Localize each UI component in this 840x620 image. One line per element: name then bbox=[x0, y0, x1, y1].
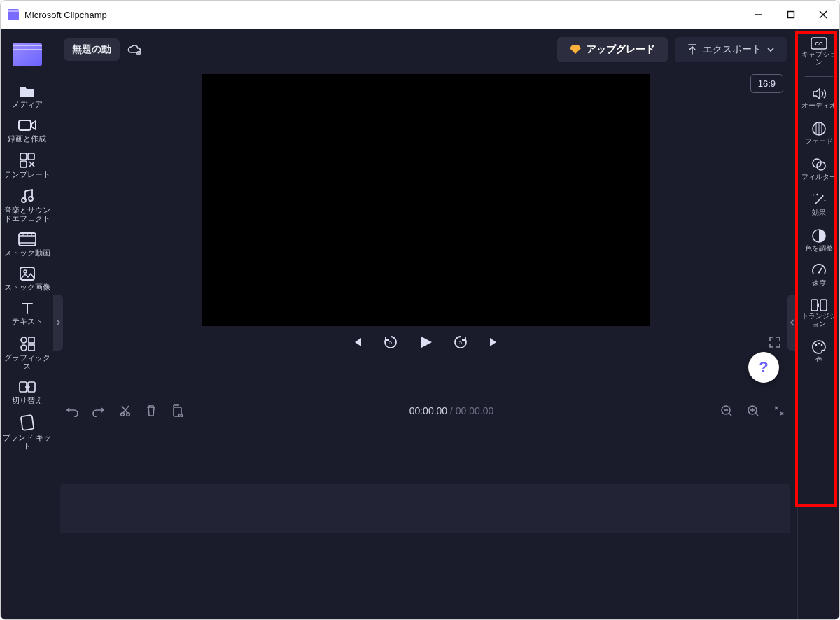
folder-icon bbox=[19, 84, 36, 98]
skip-forward-icon[interactable] bbox=[488, 336, 500, 348]
rsb-item-color-adjust[interactable]: 色を調整 bbox=[799, 224, 839, 257]
sidebar-item-brand-kit[interactable]: ブランド キット bbox=[3, 414, 52, 450]
rsb-item-fade[interactable]: フェード bbox=[799, 117, 839, 150]
playback-controls: 5 5 bbox=[53, 334, 797, 350]
redo-button[interactable] bbox=[92, 404, 105, 417]
aspect-ratio-badge[interactable]: 16:9 bbox=[750, 74, 783, 93]
right-drawer-toggle[interactable] bbox=[788, 295, 797, 351]
rewind-5-icon[interactable]: 5 bbox=[383, 334, 398, 350]
empty-track[interactable] bbox=[60, 484, 790, 533]
rsb-item-filter[interactable]: フィルター bbox=[799, 153, 839, 185]
svg-point-23 bbox=[21, 345, 27, 351]
upgrade-label: アップグレード bbox=[587, 43, 655, 56]
video-preview-canvas[interactable] bbox=[202, 74, 650, 326]
upload-icon bbox=[687, 44, 697, 55]
svg-point-52 bbox=[818, 272, 820, 274]
svg-point-11 bbox=[29, 197, 33, 201]
rsb-item-captions[interactable]: CC キャプション bbox=[799, 33, 839, 71]
window-close-button[interactable] bbox=[807, 1, 839, 29]
svg-text:CC: CC bbox=[815, 41, 823, 47]
contrast-icon bbox=[811, 228, 827, 244]
timeline-tracks[interactable] bbox=[53, 425, 797, 620]
transition-icon bbox=[19, 380, 36, 394]
time-display: 00:00.00 / 00:00.00 bbox=[197, 405, 706, 416]
current-time: 00:00.00 bbox=[410, 405, 448, 416]
zoom-out-button[interactable] bbox=[720, 404, 733, 417]
transition-panel-icon bbox=[811, 299, 827, 311]
sidebar-label: メディア bbox=[3, 100, 52, 108]
cut-button[interactable] bbox=[119, 404, 132, 417]
clipchamp-logo[interactable] bbox=[13, 43, 42, 66]
forward-5-icon[interactable]: 5 bbox=[453, 334, 468, 350]
video-camera-icon bbox=[18, 118, 36, 132]
cloud-sync-icon[interactable] bbox=[127, 43, 142, 56]
center-panel: 無題の動 アップグレード エクスポート 16:9 5 5 bbox=[53, 29, 797, 620]
palette-icon bbox=[811, 339, 827, 355]
text-icon bbox=[20, 301, 34, 315]
svg-point-20 bbox=[24, 270, 27, 273]
rsb-label: 色 bbox=[799, 356, 839, 364]
window-maximize-button[interactable] bbox=[775, 1, 807, 29]
svg-rect-54 bbox=[820, 300, 827, 311]
project-title-chip[interactable]: 無題の動 bbox=[64, 38, 120, 61]
svg-point-21 bbox=[21, 337, 27, 343]
rsb-item-audio[interactable]: オーディオ bbox=[799, 83, 839, 114]
left-drawer-toggle[interactable] bbox=[53, 295, 63, 351]
sidebar-item-stock-video[interactable]: ストック動画 bbox=[3, 232, 52, 257]
right-sidebar: CC キャプション オーディオ フェード フィルター 効果 色を調整 速度 bbox=[797, 29, 839, 620]
rsb-item-effects[interactable]: 効果 bbox=[799, 188, 839, 221]
sidebar-item-template[interactable]: テンプレート bbox=[3, 153, 52, 178]
help-button[interactable]: ? bbox=[748, 352, 779, 383]
speaker-icon bbox=[811, 87, 827, 101]
sidebar-label: 切り替え bbox=[3, 396, 52, 404]
chevron-down-icon bbox=[767, 47, 774, 52]
rsb-item-transition[interactable]: トランジション bbox=[799, 295, 839, 332]
fullscreen-icon[interactable] bbox=[768, 335, 782, 349]
filter-icon bbox=[811, 157, 827, 172]
divider bbox=[805, 76, 833, 77]
sidebar-item-transitions[interactable]: 切り替え bbox=[3, 380, 52, 404]
sidebar-label: テンプレート bbox=[3, 170, 52, 178]
image-icon bbox=[20, 267, 35, 281]
sidebar-label: グラフィックス bbox=[3, 353, 52, 370]
film-icon bbox=[18, 232, 36, 246]
timeline-toolbar: 00:00.00 / 00:00.00 bbox=[53, 397, 797, 425]
template-icon bbox=[20, 153, 35, 168]
sidebar-label: 録画と作成 bbox=[3, 134, 52, 143]
sidebar-label: ストック画像 bbox=[3, 283, 52, 291]
top-toolbar: 無題の動 アップグレード エクスポート bbox=[53, 29, 797, 71]
left-sidebar: メディア 録画と作成 テンプレート 音楽とサウンドエフェクト ストック動画 スト… bbox=[1, 29, 53, 620]
export-label: エクスポート bbox=[703, 43, 762, 56]
play-button[interactable] bbox=[418, 334, 433, 350]
skip-back-icon[interactable] bbox=[351, 336, 363, 348]
fit-zoom-button[interactable] bbox=[774, 405, 785, 416]
svg-rect-27 bbox=[20, 415, 34, 430]
svg-line-41 bbox=[755, 413, 758, 416]
rsb-label: オーディオ bbox=[799, 102, 839, 110]
svg-point-56 bbox=[818, 343, 820, 345]
sidebar-label: テキスト bbox=[3, 317, 52, 325]
rsb-label: フェード bbox=[799, 138, 839, 146]
export-button[interactable]: エクスポート bbox=[675, 37, 787, 62]
copy-button[interactable] bbox=[171, 404, 183, 417]
app-icon bbox=[8, 9, 19, 20]
rsb-item-color[interactable]: 色 bbox=[799, 335, 839, 368]
delete-button[interactable] bbox=[146, 404, 157, 417]
svg-point-55 bbox=[815, 344, 817, 346]
gauge-icon bbox=[811, 263, 827, 279]
sidebar-item-media[interactable]: メディア bbox=[3, 84, 52, 108]
window-minimize-button[interactable] bbox=[743, 1, 775, 29]
rsb-item-speed[interactable]: 速度 bbox=[799, 259, 839, 292]
sidebar-item-text[interactable]: テキスト bbox=[3, 301, 52, 325]
sidebar-label: ストック動画 bbox=[3, 248, 52, 257]
zoom-in-button[interactable] bbox=[747, 404, 760, 417]
sidebar-item-record[interactable]: 録画と作成 bbox=[3, 118, 52, 143]
sidebar-item-graphics[interactable]: グラフィックス bbox=[3, 336, 52, 370]
undo-button[interactable] bbox=[66, 404, 78, 417]
rsb-label: キャプション bbox=[799, 51, 839, 66]
rsb-label: トランジション bbox=[799, 313, 839, 328]
upgrade-button[interactable]: アップグレード bbox=[557, 37, 668, 62]
sidebar-item-music[interactable]: 音楽とサウンドエフェクト bbox=[3, 188, 52, 223]
svg-point-57 bbox=[820, 344, 822, 346]
sidebar-item-stock-image[interactable]: ストック画像 bbox=[3, 267, 52, 291]
